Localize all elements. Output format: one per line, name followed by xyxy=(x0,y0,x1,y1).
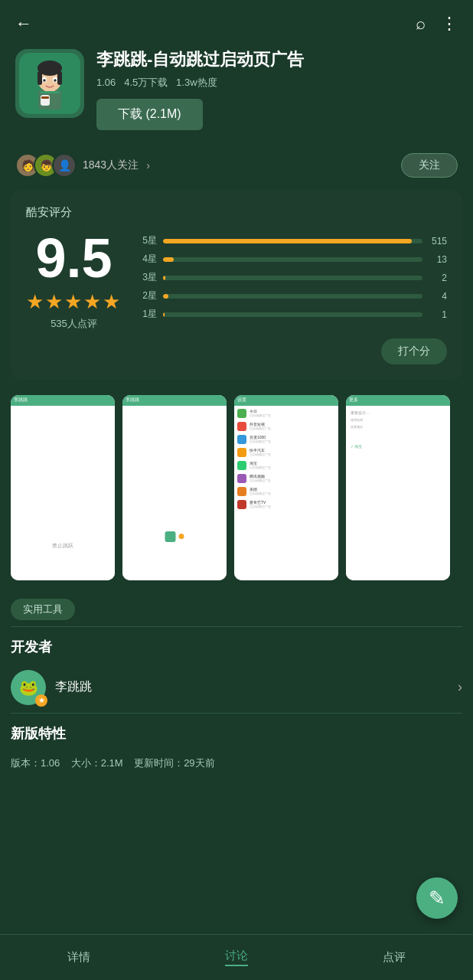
rate-button[interactable]: 打个分 xyxy=(381,338,447,364)
bar-row: 5星 515 xyxy=(137,234,447,247)
chevron-right-icon: › xyxy=(458,679,462,695)
bar-count: 515 xyxy=(429,236,447,247)
bar-row: 4星 13 xyxy=(137,253,447,266)
rating-count: 535人点评 xyxy=(26,317,122,331)
chevron-right-icon: › xyxy=(146,159,150,172)
bottom-nav-details[interactable]: 详情 xyxy=(0,935,158,980)
rating-score: 9.5 xyxy=(26,230,122,286)
bar-label: 5星 xyxy=(137,234,157,247)
screenshot-2[interactable]: 李跳跳 xyxy=(122,395,227,580)
svg-rect-6 xyxy=(57,71,62,85)
version-info: 版本：1.06 大小：2.1M 更新时间：29天前 xyxy=(11,756,462,770)
bottom-nav-review[interactable]: 点评 xyxy=(315,935,473,980)
avatar: 👤 xyxy=(52,153,77,178)
svg-rect-13 xyxy=(41,96,49,99)
rating-body: 9.5 ★★★★★ 535人点评 5星 515 4星 13 3星 2 2星 xyxy=(26,230,447,331)
rating-left: 9.5 ★★★★★ 535人点评 xyxy=(26,230,122,331)
screenshot-4[interactable]: 更多 重要提示… 使用说明 设置项目 ✓ 淘宝 xyxy=(346,395,450,580)
bar-track xyxy=(163,257,422,262)
bar-row: 1星 1 xyxy=(137,308,447,321)
bar-count: 2 xyxy=(429,273,447,283)
app-icon xyxy=(15,49,84,118)
bottom-nav-details-label: 详情 xyxy=(67,950,90,965)
top-navigation: ← ⌕ ⋮ xyxy=(0,0,473,41)
screenshot-3[interactable]: 设置 今日已自动跳过广告 抖音短视已自动跳过广告 百度1000已自动跳过广告 xyxy=(234,395,338,580)
developer-badge: ★ xyxy=(35,694,47,707)
followers-bar: 🧑 👦 👤 1843人关注 › 关注 xyxy=(0,145,473,190)
bar-row: 3星 2 xyxy=(137,271,447,284)
app-header: 李跳跳-自动跳过启动页广告 1.06 4.5万下载 1.3w热度 下载 (2.1… xyxy=(0,41,473,145)
rating-bars: 5星 515 4星 13 3星 2 2星 4 1星 xyxy=(137,234,447,326)
bar-count: 13 xyxy=(429,254,447,265)
avatar-group: 🧑 👦 👤 xyxy=(15,153,77,178)
bar-track xyxy=(163,276,422,280)
developer-row[interactable]: 🐸 ★ 李跳跳 › xyxy=(0,662,473,713)
more-icon[interactable]: ⋮ xyxy=(441,14,458,34)
tags-row: 实用工具 xyxy=(0,588,473,626)
followers-count: 1843人关注 xyxy=(83,158,139,172)
svg-rect-5 xyxy=(38,71,42,85)
svg-rect-11 xyxy=(40,91,60,93)
screenshots-row: 李跳跳 禁止跳跃 李跳跳 设置 xyxy=(0,380,473,588)
svg-point-10 xyxy=(54,79,57,82)
bar-label: 4星 xyxy=(137,253,157,266)
search-icon[interactable]: ⌕ xyxy=(416,14,426,34)
app-meta: 1.06 4.5万下载 1.3w热度 xyxy=(96,76,458,90)
bar-fill xyxy=(163,276,165,280)
developer-name: 李跳跳 xyxy=(55,679,92,695)
bar-label: 1星 xyxy=(137,308,157,321)
screenshot-1[interactable]: 李跳跳 禁止跳跃 xyxy=(11,395,115,580)
bar-label: 3星 xyxy=(137,271,157,284)
bar-fill xyxy=(163,312,165,317)
followers-left[interactable]: 🧑 👦 👤 1843人关注 › xyxy=(15,153,150,178)
bar-fill xyxy=(163,257,174,262)
bar-count: 1 xyxy=(429,309,447,320)
bar-track xyxy=(163,294,422,299)
bar-label: 2星 xyxy=(137,289,157,302)
bar-track xyxy=(163,239,422,243)
developer-info: 🐸 ★ 李跳跳 xyxy=(11,670,92,705)
developer-section-title: 开发者 xyxy=(0,627,473,662)
bar-track xyxy=(163,312,422,317)
back-button[interactable]: ← xyxy=(15,14,32,34)
bar-fill xyxy=(163,294,168,299)
bottom-nav-discussion[interactable]: 讨论 xyxy=(158,935,315,980)
download-button[interactable]: 下载 (2.1M) xyxy=(96,99,203,130)
rating-stars: ★★★★★ xyxy=(26,290,122,314)
new-features-title: 新版特性 xyxy=(0,714,473,749)
developer-avatar: 🐸 ★ xyxy=(11,670,46,705)
bottom-nav-discussion-label: 讨论 xyxy=(225,949,248,963)
bar-count: 4 xyxy=(429,291,447,302)
new-features-section: 版本：1.06 大小：2.1M 更新时间：29天前 xyxy=(0,749,473,778)
app-info: 李跳跳-自动跳过启动页广告 1.06 4.5万下载 1.3w热度 下载 (2.1… xyxy=(96,49,458,130)
bar-row: 2星 4 xyxy=(137,289,447,302)
bar-fill xyxy=(163,239,412,243)
tag-utility[interactable]: 实用工具 xyxy=(11,599,75,620)
bottom-nav-review-label: 点评 xyxy=(383,950,406,965)
nav-right-icons: ⌕ ⋮ xyxy=(416,14,458,34)
bottom-navigation: 详情 讨论 点评 xyxy=(0,934,473,980)
follow-button[interactable]: 关注 xyxy=(401,153,458,178)
rating-section: 酷安评分 9.5 ★★★★★ 535人点评 5星 515 4星 13 3星 2 xyxy=(11,190,462,380)
app-title: 李跳跳-自动跳过启动页广告 xyxy=(96,49,458,71)
fab-button[interactable]: ✎ xyxy=(416,877,458,919)
active-indicator xyxy=(225,965,248,966)
rate-btn-row: 打个分 xyxy=(26,338,447,364)
svg-point-9 xyxy=(43,79,46,82)
rating-label: 酷安评分 xyxy=(26,205,447,220)
